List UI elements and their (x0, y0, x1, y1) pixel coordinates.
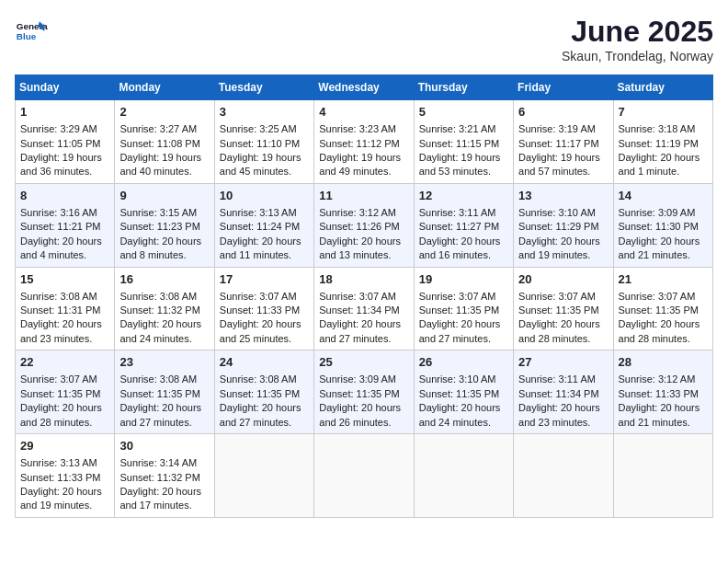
table-cell: 26Sunrise: 3:10 AMSunset: 11:35 PMDaylig… (414, 350, 513, 434)
day-number: 16 (119, 271, 209, 288)
day-number: 5 (419, 104, 508, 121)
table-cell: 29Sunrise: 3:13 AMSunset: 11:33 PMDaylig… (16, 434, 115, 518)
col-wednesday: Wednesday (314, 75, 414, 100)
day-number: 28 (619, 354, 708, 371)
table-cell: 12Sunrise: 3:11 AMSunset: 11:27 PMDaylig… (414, 183, 513, 267)
sunset-text: Sunset: 11:35 PM (20, 388, 100, 399)
sunrise-text: Sunrise: 3:16 AM (20, 207, 97, 218)
sunset-text: Sunset: 11:34 PM (319, 304, 399, 316)
col-friday: Friday (514, 75, 613, 100)
daylight-text: Daylight: 19 hours and 45 minutes. (220, 152, 301, 177)
table-cell (514, 434, 613, 518)
day-number: 3 (220, 104, 309, 121)
sunrise-text: Sunrise: 3:09 AM (619, 207, 696, 218)
daylight-text: Daylight: 19 hours and 49 minutes. (319, 152, 401, 177)
table-cell: 2Sunrise: 3:27 AMSunset: 11:08 PMDayligh… (115, 100, 214, 184)
calendar-week-row: 22Sunrise: 3:07 AMSunset: 11:35 PMDaylig… (16, 350, 713, 434)
day-number: 6 (518, 104, 608, 121)
col-tuesday: Tuesday (214, 75, 313, 100)
table-cell: 9Sunrise: 3:15 AMSunset: 11:23 PMDayligh… (115, 183, 214, 267)
sunset-text: Sunset: 11:32 PM (119, 304, 199, 316)
daylight-text: Daylight: 20 hours and 27 minutes. (119, 402, 201, 427)
table-cell: 3Sunrise: 3:25 AMSunset: 11:10 PMDayligh… (214, 100, 313, 184)
day-number: 24 (220, 354, 309, 371)
daylight-text: Daylight: 20 hours and 1 minute. (619, 152, 700, 177)
logo: General Blue (15, 15, 48, 48)
sunrise-text: Sunrise: 3:08 AM (220, 373, 297, 385)
day-number: 4 (319, 104, 408, 121)
sunset-text: Sunset: 11:10 PM (220, 138, 300, 149)
title-area: June 2025 Skaun, Trondelag, Norway (562, 15, 713, 63)
day-number: 2 (119, 104, 209, 121)
sunset-text: Sunset: 11:34 PM (518, 388, 598, 399)
sunset-text: Sunset: 11:35 PM (319, 388, 399, 399)
table-cell: 8Sunrise: 3:16 AMSunset: 11:21 PMDayligh… (16, 183, 115, 267)
table-cell (613, 434, 712, 518)
daylight-text: Daylight: 20 hours and 19 minutes. (20, 486, 102, 511)
month-title: June 2025 (562, 15, 713, 49)
sunrise-text: Sunrise: 3:13 AM (220, 207, 297, 218)
sunset-text: Sunset: 11:23 PM (119, 221, 199, 232)
day-number: 12 (419, 188, 508, 204)
sunset-text: Sunset: 11:17 PM (518, 138, 598, 149)
sunrise-text: Sunrise: 3:12 AM (619, 373, 696, 385)
daylight-text: Daylight: 20 hours and 26 minutes. (319, 402, 401, 427)
daylight-text: Daylight: 20 hours and 4 minutes. (20, 236, 102, 260)
daylight-text: Daylight: 20 hours and 28 minutes. (619, 318, 700, 343)
sunset-text: Sunset: 11:33 PM (220, 304, 300, 316)
sunset-text: Sunset: 11:35 PM (419, 304, 499, 316)
table-cell: 4Sunrise: 3:23 AMSunset: 11:12 PMDayligh… (314, 100, 414, 184)
sunset-text: Sunset: 11:33 PM (20, 472, 100, 483)
daylight-text: Daylight: 20 hours and 11 minutes. (220, 236, 301, 260)
table-cell: 7Sunrise: 3:18 AMSunset: 11:19 PMDayligh… (613, 100, 712, 184)
sunset-text: Sunset: 11:31 PM (20, 304, 100, 316)
sunrise-text: Sunrise: 3:19 AM (518, 123, 596, 134)
day-number: 25 (319, 354, 408, 371)
sunset-text: Sunset: 11:12 PM (319, 138, 399, 149)
sunrise-text: Sunrise: 3:13 AM (20, 457, 97, 468)
table-cell: 23Sunrise: 3:08 AMSunset: 11:35 PMDaylig… (115, 350, 214, 434)
col-thursday: Thursday (414, 75, 513, 100)
day-number: 26 (419, 354, 508, 371)
table-cell: 25Sunrise: 3:09 AMSunset: 11:35 PMDaylig… (314, 350, 414, 434)
table-cell: 18Sunrise: 3:07 AMSunset: 11:34 PMDaylig… (314, 267, 414, 350)
sunrise-text: Sunrise: 3:07 AM (20, 373, 97, 385)
daylight-text: Daylight: 20 hours and 8 minutes. (119, 236, 201, 260)
table-cell (414, 434, 513, 518)
daylight-text: Daylight: 20 hours and 27 minutes. (220, 402, 301, 427)
svg-text:Blue: Blue (17, 31, 37, 41)
calendar-week-row: 29Sunrise: 3:13 AMSunset: 11:33 PMDaylig… (16, 434, 713, 518)
day-number: 21 (619, 271, 708, 288)
sunrise-text: Sunrise: 3:07 AM (518, 291, 596, 302)
day-number: 10 (220, 188, 309, 204)
table-cell: 22Sunrise: 3:07 AMSunset: 11:35 PMDaylig… (16, 350, 115, 434)
sunset-text: Sunset: 11:35 PM (518, 304, 598, 316)
table-cell: 21Sunrise: 3:07 AMSunset: 11:35 PMDaylig… (613, 267, 712, 350)
sunrise-text: Sunrise: 3:07 AM (419, 291, 496, 302)
location-subtitle: Skaun, Trondelag, Norway (562, 49, 713, 63)
daylight-text: Daylight: 20 hours and 28 minutes. (20, 402, 102, 427)
table-cell (214, 434, 313, 518)
table-cell: 10Sunrise: 3:13 AMSunset: 11:24 PMDaylig… (214, 183, 313, 267)
sunset-text: Sunset: 11:26 PM (319, 221, 399, 232)
col-monday: Monday (115, 75, 214, 100)
sunset-text: Sunset: 11:30 PM (619, 221, 699, 232)
sunset-text: Sunset: 11:32 PM (119, 472, 199, 483)
daylight-text: Daylight: 19 hours and 36 minutes. (20, 152, 102, 177)
sunrise-text: Sunrise: 3:09 AM (319, 373, 396, 385)
day-number: 15 (20, 271, 109, 288)
daylight-text: Daylight: 20 hours and 27 minutes. (319, 318, 401, 343)
sunrise-text: Sunrise: 3:07 AM (319, 291, 396, 302)
sunrise-text: Sunrise: 3:11 AM (518, 373, 596, 385)
sunset-text: Sunset: 11:19 PM (619, 138, 699, 149)
day-number: 18 (319, 271, 408, 288)
day-number: 23 (119, 354, 209, 371)
table-cell: 15Sunrise: 3:08 AMSunset: 11:31 PMDaylig… (16, 267, 115, 350)
sunset-text: Sunset: 11:05 PM (20, 138, 100, 149)
table-cell: 19Sunrise: 3:07 AMSunset: 11:35 PMDaylig… (414, 267, 513, 350)
day-number: 9 (119, 188, 209, 204)
table-cell: 1Sunrise: 3:29 AMSunset: 11:05 PMDayligh… (16, 100, 115, 184)
sunrise-text: Sunrise: 3:27 AM (119, 123, 197, 134)
sunrise-text: Sunrise: 3:07 AM (619, 291, 696, 302)
sunrise-text: Sunrise: 3:08 AM (119, 291, 197, 302)
